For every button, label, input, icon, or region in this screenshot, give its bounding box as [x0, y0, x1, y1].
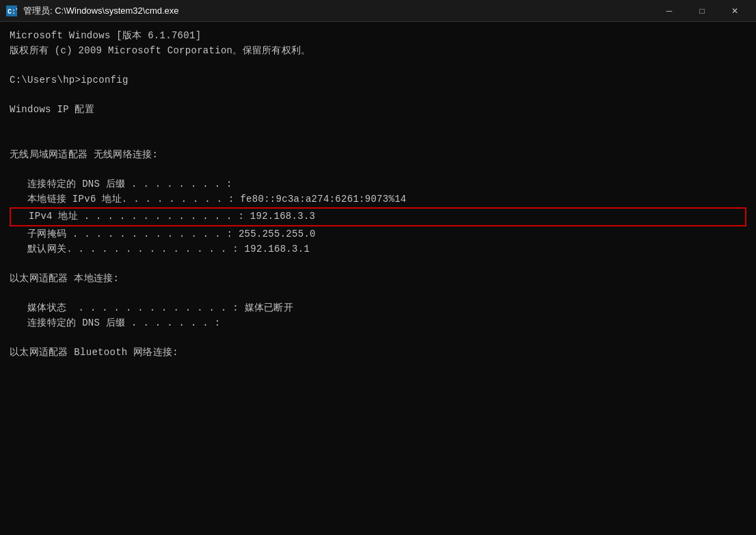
terminal-line-21: [10, 331, 746, 346]
terminal-line-7: [10, 118, 746, 133]
ipv4-line-text: IPv4 地址 . . . . . . . . . . . . . : 192.…: [11, 209, 315, 224]
minimize-button[interactable]: ─: [653, 3, 685, 19]
terminal-line-20: 连接特定的 DNS 后缀 . . . . . . . :: [10, 316, 746, 331]
terminal-line-4: C:\Users\hp>ipconfig: [10, 73, 746, 88]
terminal-line-18: [10, 287, 746, 302]
terminal-line-1: Microsoft Windows [版本 6.1.7601]: [10, 29, 746, 44]
svg-text:C:\: C:\: [8, 8, 17, 16]
terminal-line-16: [10, 257, 746, 272]
terminal-line-3: [10, 58, 746, 73]
terminal-line-6: Windows IP 配置: [10, 103, 746, 118]
terminal-line-2: 版权所有 (c) 2009 Microsoft Corporation。保留所有…: [10, 44, 746, 59]
terminal-line-9: 无线局域网适配器 无线网络连接:: [10, 148, 746, 163]
terminal-line-8: [10, 133, 746, 148]
terminal-line-15: 默认网关. . . . . . . . . . . . . . : 192.16…: [10, 242, 746, 257]
terminal-line-5: [10, 88, 746, 103]
ipv4-highlight-row: IPv4 地址 . . . . . . . . . . . . . : 192.…: [10, 207, 746, 226]
window: C:\ 管理员: C:\Windows\system32\cmd.exe ─ □…: [0, 0, 756, 535]
terminal-line-12: 本地链接 IPv6 地址. . . . . . . . . : fe80::9c…: [10, 192, 746, 207]
window-controls: ─ □ ✕: [653, 3, 751, 19]
terminal-line-19: 媒体状态 . . . . . . . . . . . . . : 媒体已断开: [10, 301, 746, 316]
cmd-icon: C:\: [5, 5, 18, 17]
maximize-button[interactable]: □: [686, 3, 718, 19]
terminal-line-11: 连接特定的 DNS 后缀 . . . . . . . . :: [10, 177, 746, 192]
title-bar: C:\ 管理员: C:\Windows\system32\cmd.exe ─ □…: [0, 0, 756, 22]
window-title: 管理员: C:\Windows\system32\cmd.exe: [23, 5, 179, 17]
terminal-line-22: 以太网适配器 Bluetooth 网络连接:: [10, 345, 746, 361]
terminal-body[interactable]: Microsoft Windows [版本 6.1.7601] 版权所有 (c)…: [0, 22, 756, 535]
terminal-line-10: [10, 162, 746, 177]
close-button[interactable]: ✕: [719, 3, 751, 19]
terminal-line-14: 子网掩码 . . . . . . . . . . . . . : 255.255…: [10, 227, 746, 242]
terminal-line-17: 以太网适配器 本地连接:: [10, 272, 746, 287]
